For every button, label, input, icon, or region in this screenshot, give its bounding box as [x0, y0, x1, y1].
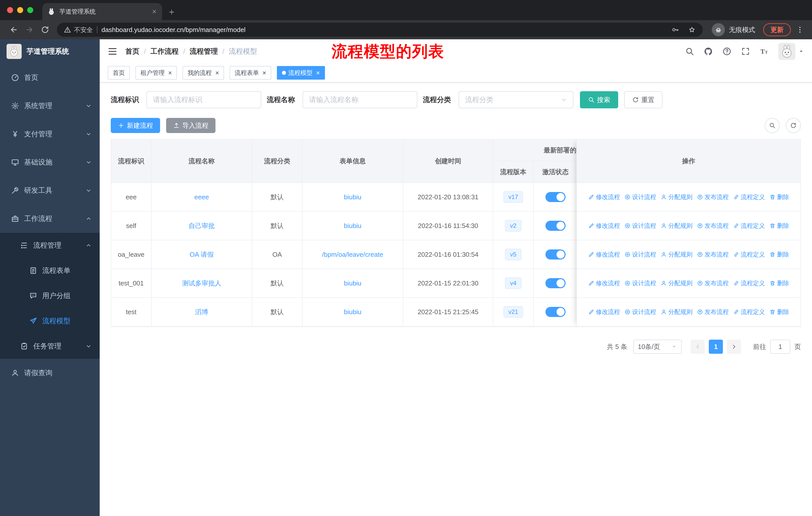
show-search-button[interactable]: [765, 118, 780, 133]
font-size-icon[interactable]: TT: [760, 47, 769, 56]
bookmark-star-icon[interactable]: [688, 26, 696, 33]
reset-button[interactable]: 重置: [624, 91, 663, 108]
help-icon[interactable]: [722, 47, 731, 56]
tag-home[interactable]: 首页: [108, 66, 130, 80]
goto-page-input[interactable]: [770, 340, 790, 354]
process-name-input[interactable]: 请输入流程名称: [302, 91, 417, 108]
active-toggle[interactable]: [546, 249, 566, 260]
breadcrumb-item[interactable]: 流程管理: [190, 47, 218, 56]
active-toggle[interactable]: [546, 307, 566, 317]
next-page-button[interactable]: [727, 340, 741, 354]
page-1-button[interactable]: 1: [709, 340, 723, 354]
row-action-publish[interactable]: 发布流程: [697, 308, 729, 316]
close-window-button[interactable]: [7, 7, 13, 13]
sidebar-item-process-management[interactable]: 流程管理: [0, 233, 100, 258]
tag-close-icon[interactable]: ×: [168, 70, 172, 76]
form-info-link[interactable]: /bpm/oa/leave/create: [322, 251, 383, 259]
sidebar-item-process-form[interactable]: 流程表单: [0, 258, 100, 283]
collapse-sidebar-icon[interactable]: [108, 47, 117, 56]
row-action-delete[interactable]: 删除: [770, 222, 789, 230]
github-icon[interactable]: [704, 47, 713, 56]
refresh-table-button[interactable]: [786, 118, 801, 133]
row-action-definition[interactable]: 流程定义: [733, 222, 765, 230]
row-action-design[interactable]: 设计流程: [625, 222, 656, 230]
process-category-select[interactable]: 流程分类: [459, 91, 573, 108]
form-info-link[interactable]: biubiu: [344, 279, 361, 287]
new-tab-button[interactable]: [168, 8, 175, 16]
sidebar-item-devtools[interactable]: 研发工具: [0, 176, 100, 205]
tag-close-icon[interactable]: ×: [215, 70, 219, 76]
row-action-definition[interactable]: 流程定义: [733, 279, 765, 287]
row-action-delete[interactable]: 删除: [770, 250, 789, 259]
row-action-edit[interactable]: 修改流程: [588, 222, 620, 230]
row-action-definition[interactable]: 流程定义: [733, 308, 765, 316]
forward-button[interactable]: [22, 25, 37, 34]
reload-button[interactable]: [37, 25, 53, 34]
row-action-assign[interactable]: 分配规则: [661, 308, 692, 316]
row-action-edit[interactable]: 修改流程: [588, 250, 620, 259]
row-action-definition[interactable]: 流程定义: [733, 250, 765, 259]
row-action-design[interactable]: 设计流程: [625, 193, 656, 201]
process-name-link[interactable]: 自己审批: [188, 221, 215, 230]
row-action-publish[interactable]: 发布流程: [697, 250, 729, 259]
row-action-assign[interactable]: 分配规则: [661, 250, 692, 259]
sidebar-item-task-management[interactable]: 任务管理: [0, 333, 100, 359]
sidebar-item-infrastructure[interactable]: 基础设施: [0, 148, 100, 176]
address-bar[interactable]: 不安全 dashboard.yudao.iocoder.cn/bpm/manag…: [57, 23, 703, 37]
row-action-publish[interactable]: 发布流程: [697, 193, 729, 201]
row-action-edit[interactable]: 修改流程: [588, 193, 620, 201]
sidebar-item-home[interactable]: 首页: [0, 63, 100, 92]
row-action-publish[interactable]: 发布流程: [697, 279, 729, 287]
search-icon[interactable]: [685, 47, 694, 56]
update-button[interactable]: 更新: [763, 23, 791, 36]
fullscreen-icon[interactable]: [741, 47, 750, 56]
row-action-edit[interactable]: 修改流程: [588, 279, 620, 287]
row-action-assign[interactable]: 分配规则: [661, 222, 692, 230]
process-name-link[interactable]: 测试多审批人: [182, 279, 221, 288]
import-process-button[interactable]: 导入流程: [166, 118, 215, 133]
security-label[interactable]: 不安全: [64, 26, 93, 34]
tag-close-icon[interactable]: ×: [316, 70, 320, 76]
process-key-input[interactable]: 请输入流程标识: [146, 91, 261, 108]
active-toggle[interactable]: [546, 221, 566, 231]
tag-my-process[interactable]: 我的流程×: [182, 66, 224, 80]
sidebar-item-user-group[interactable]: 用户分组: [0, 283, 100, 308]
user-avatar-menu[interactable]: [778, 43, 804, 60]
app-logo[interactable]: 芋道管理系统: [0, 39, 100, 63]
sidebar-item-workflow[interactable]: 工作流程: [0, 205, 100, 233]
page-size-select[interactable]: 10条/页: [633, 340, 682, 354]
row-action-assign[interactable]: 分配规则: [661, 193, 692, 201]
breadcrumb-item[interactable]: 首页: [125, 47, 140, 56]
sidebar-item-payment[interactable]: 支付管理: [0, 120, 100, 148]
active-toggle[interactable]: [546, 278, 566, 288]
row-action-edit[interactable]: 修改流程: [588, 308, 620, 316]
breadcrumb-item[interactable]: 工作流程: [150, 47, 179, 56]
row-action-design[interactable]: 设计流程: [625, 250, 656, 259]
row-action-publish[interactable]: 发布流程: [697, 222, 729, 230]
prev-page-button[interactable]: [691, 340, 705, 354]
search-button[interactable]: 搜索: [580, 91, 618, 108]
back-button[interactable]: [6, 25, 22, 34]
row-action-assign[interactable]: 分配规则: [661, 279, 692, 287]
process-name-link[interactable]: 滔博: [195, 308, 208, 317]
maximize-window-button[interactable]: [27, 7, 33, 13]
tag-process-model[interactable]: 流程模型×: [277, 66, 325, 80]
row-action-delete[interactable]: 删除: [770, 193, 789, 201]
sidebar-item-process-model[interactable]: 流程模型: [0, 308, 100, 333]
form-info-link[interactable]: biubiu: [344, 193, 361, 201]
window-controls[interactable]: [0, 0, 38, 20]
create-process-button[interactable]: 新建流程: [111, 118, 160, 133]
password-key-icon[interactable]: [671, 26, 679, 33]
process-name-link[interactable]: OA 请假: [190, 250, 213, 259]
row-action-design[interactable]: 设计流程: [625, 279, 656, 287]
tag-tenant[interactable]: 租户管理×: [136, 66, 177, 80]
minimize-window-button[interactable]: [17, 7, 23, 13]
tag-process-form[interactable]: 流程表单×: [230, 66, 271, 80]
row-action-delete[interactable]: 删除: [770, 279, 789, 287]
browser-tab[interactable]: 芋道管理系统: [42, 3, 162, 20]
active-toggle[interactable]: [546, 192, 566, 202]
form-info-link[interactable]: biubiu: [344, 222, 361, 230]
browser-menu-icon[interactable]: [794, 26, 806, 34]
row-action-delete[interactable]: 删除: [770, 308, 789, 316]
row-action-design[interactable]: 设计流程: [625, 308, 656, 316]
